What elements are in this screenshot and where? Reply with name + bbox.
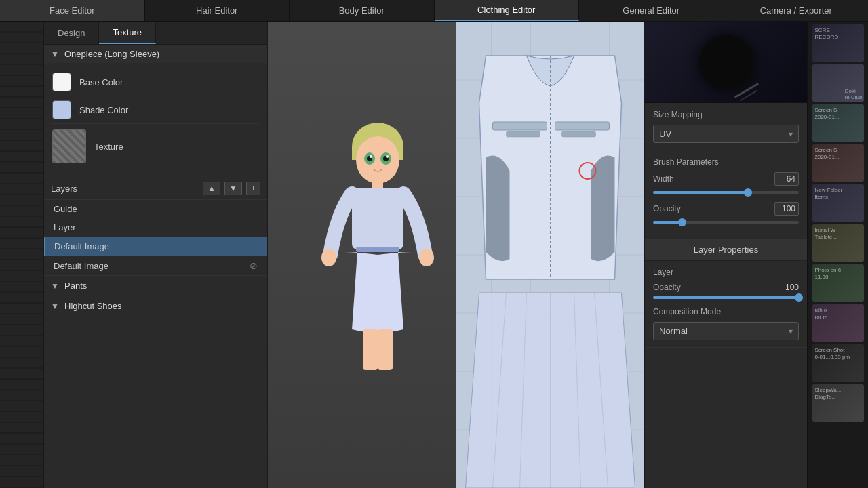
composition-mode-label: Composition Mode (653, 307, 799, 317)
brush-parameters-section: Brush Parameters Width 64 Opacity 100 (645, 150, 807, 239)
brush-width-label: Width (653, 174, 774, 184)
layers-actions: ▲ ▼ + (203, 182, 260, 195)
brush-opacity-thumb[interactable] (678, 218, 686, 226)
shade-color-swatch[interactable] (52, 100, 71, 119)
layer-label-row: Layer (653, 268, 799, 277)
tab-general-editor[interactable]: General Editor (579, 0, 724, 21)
sub-tab-texture[interactable]: Texture (99, 22, 156, 44)
layers-title: Layers (51, 184, 203, 194)
layer-move-down-button[interactable]: ▼ (224, 182, 242, 195)
brush-opacity-input[interactable]: 100 (774, 202, 799, 216)
composition-mode-dropdown[interactable]: Normal ▾ (653, 322, 799, 340)
screenshot-doki[interactable]: Dokire Club (812, 64, 864, 102)
screenshot-img-screen1: Screen S2020-01... (812, 104, 864, 142)
layer-visibility-icon[interactable]: ⊘ (250, 260, 258, 271)
svg-rect-33 (507, 131, 540, 137)
tab-camera-exporter[interactable]: Camera / Exporter (724, 0, 869, 21)
main-area: Design Texture ▼ Onepiece (Long Sleeve) … (0, 22, 868, 488)
tab-hair-editor[interactable]: Hair Editor (145, 0, 290, 21)
size-mapping-section: Size Mapping UV ▾ (645, 103, 807, 150)
layer-opacity-fill (653, 296, 799, 299)
viewport-3d[interactable] (268, 22, 456, 488)
screenshot-new-folder[interactable]: New FolderItems (812, 184, 864, 222)
screenshot-img-folder: New FolderItems (812, 184, 864, 222)
svg-point-11 (386, 155, 389, 158)
layer-item-layer[interactable]: Layer (44, 218, 267, 237)
layer-move-up-button[interactable]: ▲ (203, 182, 220, 195)
layer-opacity-value: 100 (785, 283, 799, 292)
brush-width-thumb[interactable] (744, 188, 752, 197)
brush-width-slider[interactable] (653, 191, 799, 194)
texture-row[interactable]: Texture (52, 124, 259, 169)
layer-properties-section: Layer Opacity 100 Composition Mode Norma… (645, 261, 807, 348)
texture-thumbnail[interactable] (52, 129, 86, 163)
pants-title: Pants (64, 281, 87, 291)
svg-point-5 (356, 136, 399, 184)
onepiece-content: Base Color Shade Color Texture (44, 63, 267, 175)
sub-tab-design[interactable]: Design (44, 22, 99, 44)
layer-opacity-thumb[interactable] (795, 293, 803, 302)
base-color-label: Base Color (79, 77, 123, 87)
sub-tabs: Design Texture (44, 22, 267, 45)
onepiece-section-header[interactable]: ▼ Onepiece (Long Sleeve) (44, 45, 267, 63)
screenshot-img-install: Install WTablete... (812, 224, 864, 262)
screenshot-screen1[interactable]: Screen S2020-01... (812, 104, 864, 142)
preview-sphere (699, 35, 753, 89)
pants-section-header[interactable]: ▼ Pants (44, 275, 267, 296)
viewport-uv[interactable]: ⊞ ≡≡ (456, 22, 644, 488)
shade-color-label: Shade Color (79, 105, 128, 115)
size-mapping-label: Size Mapping (653, 110, 799, 119)
layer-item-default-1[interactable]: Default Image (44, 237, 267, 256)
screenshot-img-photo: Photo on 611.38 (812, 264, 864, 302)
screenshot-photo[interactable]: Photo on 611.38 (812, 264, 864, 302)
svg-rect-31 (493, 122, 547, 130)
tab-body-editor[interactable]: Body Editor (290, 0, 435, 21)
svg-rect-14 (356, 247, 399, 252)
top-navigation: Face Editor Hair Editor Body Editor Clot… (0, 0, 868, 22)
highcut-shoes-section-header[interactable]: ▼ Highcut Shoes (44, 296, 267, 316)
brush-width-input[interactable]: 64 (774, 172, 799, 186)
base-color-swatch[interactable] (52, 73, 71, 92)
clothing-section-onepiece: ▼ Onepiece (Long Sleeve) Base Color Shad… (44, 45, 267, 175)
brush-opacity-slider[interactable] (653, 221, 799, 224)
shoes-arrow-icon: ▼ (51, 302, 60, 311)
svg-rect-13 (352, 188, 403, 249)
onepiece-arrow-icon: ▼ (51, 49, 60, 59)
brush-width-fill (653, 191, 748, 194)
character-area (299, 119, 456, 390)
svg-rect-34 (562, 131, 596, 137)
screenshot-img-ruth: uth oror m (812, 304, 864, 342)
screenshot-sleepwa[interactable]: SleepWa...DiagTo... (812, 384, 864, 422)
character-figure (303, 119, 452, 390)
brush-opacity-label: Opacity (653, 204, 774, 214)
screenshot-img-shot: Screen Shot0-01...3.33 pm (812, 344, 864, 382)
brush-parameters-title: Brush Parameters (653, 157, 799, 167)
screenshots-panel: SCRERECORD Dokire Club Screen S2020-01..… (807, 22, 868, 488)
screenshot-screen2[interactable]: Screen S2020-01... (812, 144, 864, 182)
layer-opacity-label: Opacity (653, 283, 785, 292)
shoes-title: Highcut Shoes (64, 301, 122, 311)
layer-item-default-2[interactable]: Default Image ⊘ (44, 256, 267, 275)
texture-label: Texture (94, 142, 123, 152)
tab-clothing-editor[interactable]: Clothing Editor (435, 0, 580, 21)
layer-opacity-slider[interactable] (653, 296, 799, 299)
screenshot-ruth[interactable]: uth oror m (812, 304, 864, 342)
layer-add-button[interactable]: + (246, 182, 260, 195)
screenshot-scre-record[interactable]: SCRERECORD (812, 24, 864, 62)
brush-width-row: Width 64 (653, 172, 799, 186)
composition-dropdown-arrow-icon: ▾ (789, 327, 793, 336)
screenshot-install[interactable]: Install WTablete... (812, 224, 864, 262)
size-mapping-dropdown[interactable]: UV ▾ (653, 125, 799, 143)
shade-color-row[interactable]: Shade Color (52, 96, 259, 124)
layer-item-guide[interactable]: Guide (44, 200, 267, 218)
layers-header: Layers ▲ ▼ + (44, 178, 267, 200)
screenshot-img-scre: SCRERECORD (812, 24, 864, 62)
pants-arrow-icon: ▼ (51, 281, 60, 291)
screenshot-screen-shot[interactable]: Screen Shot0-01...3.33 pm (812, 344, 864, 382)
far-left-panel (0, 22, 44, 488)
tab-face-editor[interactable]: Face Editor (0, 0, 145, 21)
screenshot-img-screen2: Screen S2020-01... (812, 144, 864, 182)
svg-point-15 (321, 249, 336, 266)
size-mapping-value: UV (659, 129, 671, 139)
base-color-row[interactable]: Base Color (52, 68, 259, 96)
